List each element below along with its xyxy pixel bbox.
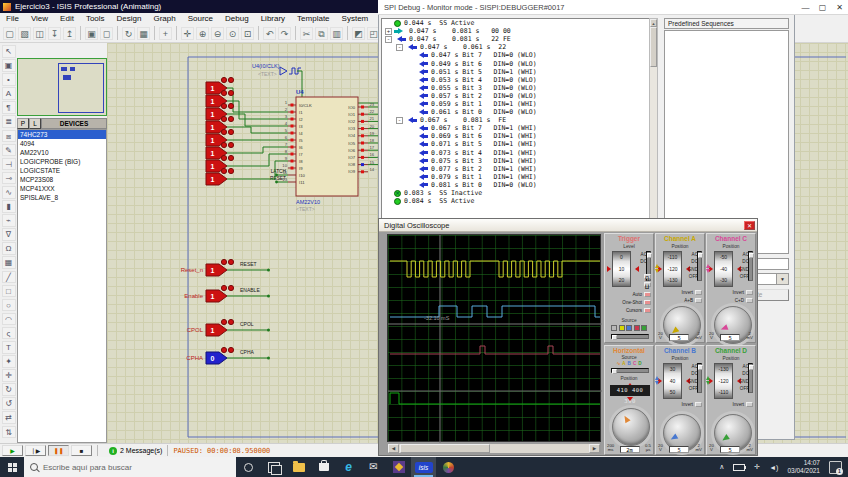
position-wheel[interactable]: -110-120-130: [663, 251, 682, 287]
source-d-button[interactable]: [641, 325, 647, 331]
coupling-off[interactable]: OFF: [682, 385, 698, 392]
pick-devices-button[interactable]: P: [17, 118, 29, 129]
coupling-dc[interactable]: DC: [682, 370, 698, 377]
library-manager-button[interactable]: L: [29, 118, 41, 129]
spi-log-row[interactable]: 0.071 s Bit 5 DIN=1 (WHI): [382, 140, 656, 148]
coupling-gnd[interactable]: GND: [682, 378, 698, 385]
scroll-left-icon[interactable]: ◀: [388, 444, 399, 453]
undo-icon[interactable]: ↶: [263, 27, 276, 40]
spi-log-row[interactable]: 0.051 s Bit 5 DIN=1 (WHI): [382, 68, 656, 76]
scale-value[interactable]: 5: [720, 334, 740, 341]
taskbar-item-isis[interactable]: isis: [411, 457, 436, 477]
device-item[interactable]: SPISLAVE_8: [18, 193, 106, 202]
virtual-instruments-mode-icon[interactable]: ▦: [2, 256, 16, 269]
spi-log-row[interactable]: -0.047 s 0.061 s 22: [382, 43, 656, 51]
coupling-slider[interactable]: [748, 363, 753, 393]
mark-output-area-icon[interactable]: ◻: [100, 27, 113, 40]
wheel-right-arrow-icon[interactable]: [632, 266, 639, 272]
taskbar-item-proteus[interactable]: [386, 457, 411, 477]
instant-edit-mode-icon[interactable]: ✎: [2, 144, 16, 157]
combine-button[interactable]: [746, 298, 753, 303]
taskbar-item-store[interactable]: [311, 457, 336, 477]
spi-log-row[interactable]: 0.077 s Bit 2 DIN=1 (WHI): [382, 165, 656, 173]
spi-log-row[interactable]: 0.044 s SS Active: [382, 19, 656, 27]
source-c-button[interactable]: [634, 325, 640, 331]
coupling-gnd[interactable]: GND: [733, 378, 749, 385]
inter-sheet-terminal-mode-icon[interactable]: ⊣: [2, 158, 16, 171]
zoom-all-icon[interactable]: ⊙: [226, 27, 239, 40]
close-button[interactable]: ✕: [831, 3, 848, 12]
rotate-anticlockwise-icon[interactable]: ↺: [2, 397, 16, 410]
spi-log-row[interactable]: 0.057 s Bit 2 DIN=0 (WLO): [382, 92, 656, 100]
junction-dot-mode-icon[interactable]: •: [2, 73, 16, 86]
edge-rising-button[interactable]: ∏: [644, 274, 651, 279]
taskbar-item-edge[interactable]: e: [336, 457, 361, 477]
wheel-left-arrow-icon[interactable]: [658, 266, 665, 272]
device-item[interactable]: AM22V10: [18, 148, 106, 157]
device-item[interactable]: MCP41XXX: [18, 184, 106, 193]
scale-knob[interactable]: [612, 408, 650, 446]
notification-center-icon[interactable]: 1: [829, 461, 842, 474]
coupling-dc[interactable]: DC: [733, 370, 749, 377]
graph-mode-icon[interactable]: ∿: [2, 186, 16, 199]
device-item[interactable]: 4094: [18, 139, 106, 148]
display-scrollbar[interactable]: ◀ ▶: [387, 443, 601, 454]
zoom-in-icon[interactable]: ⊕: [196, 27, 209, 40]
message-info-icon[interactable]: i: [109, 447, 117, 455]
invert-button[interactable]: [695, 402, 702, 407]
pan-icon[interactable]: ✛: [181, 27, 194, 40]
menu-source[interactable]: Source: [182, 14, 219, 23]
open-design-icon[interactable]: ▧: [18, 27, 31, 40]
spi-log-row[interactable]: 0.049 s Bit 6 DIN=0 (WLO): [382, 59, 656, 67]
source-select-icons[interactable]: ∿ABCD: [605, 361, 653, 366]
buses-mode-icon[interactable]: ≣: [2, 115, 16, 128]
collapse-icon[interactable]: -: [396, 44, 403, 51]
message-count[interactable]: 2 Message(s): [120, 447, 162, 454]
block-copy-icon[interactable]: ◩: [352, 27, 365, 40]
print-icon[interactable]: ▣: [85, 27, 98, 40]
coupling-gnd[interactable]: GND: [733, 266, 749, 273]
menu-template[interactable]: Template: [291, 14, 335, 23]
auto-button[interactable]: [644, 292, 651, 297]
position-wheel[interactable]: 304050: [663, 363, 682, 399]
menu-tools[interactable]: Tools: [80, 14, 111, 23]
2d-line-mode-icon[interactable]: ╱: [2, 271, 16, 284]
false-origin-icon[interactable]: +: [159, 27, 172, 40]
spi-log-row[interactable]: 0.047 s Bit 7 DIN=0 (WLO): [382, 51, 656, 59]
rotate-clockwise-icon[interactable]: ↻: [2, 383, 16, 396]
maximize-button[interactable]: ▢: [814, 3, 831, 12]
scale-value[interactable]: 5: [669, 446, 689, 453]
redo-icon[interactable]: ↷: [278, 27, 291, 40]
2d-text-mode-icon[interactable]: T: [2, 341, 16, 354]
generator-mode-icon[interactable]: ⌁: [2, 214, 16, 227]
spi-log-row[interactable]: 0.067 s Bit 7 DIN=1 (WHI): [382, 124, 656, 132]
coupling-off[interactable]: OFF: [733, 273, 749, 280]
taskbar-clock[interactable]: 14:07 03/04/2021: [787, 459, 820, 475]
text-script-mode-icon[interactable]: ¶: [2, 101, 16, 114]
spi-log-row[interactable]: 0.079 s Bit 1 DIN=1 (WHI): [382, 173, 656, 181]
2d-markers-mode-icon[interactable]: ✛: [2, 369, 16, 382]
coupling-dc[interactable]: DC: [631, 258, 647, 265]
export-section-icon[interactable]: ↥: [63, 27, 76, 40]
scale-value[interactable]: 5: [720, 446, 740, 453]
position-wheel[interactable]: -50-40-30: [714, 251, 733, 287]
cut-icon[interactable]: ✂: [300, 27, 313, 40]
taskbar-item-file-explorer[interactable]: [286, 457, 311, 477]
spi-log-row[interactable]: 0.073 s Bit 4 DIN=1 (WHI): [382, 149, 656, 157]
wire-label-mode-icon[interactable]: A: [2, 87, 16, 100]
spi-log-row[interactable]: -0.047 s 0.081 s 22 FE: [382, 35, 656, 43]
coupling-off[interactable]: OFF: [682, 273, 698, 280]
toggle-grid-icon[interactable]: ▦: [137, 27, 150, 40]
battery-icon[interactable]: [733, 464, 745, 471]
scale-value[interactable]: 2m: [620, 446, 640, 453]
spi-debug-titlebar[interactable]: SPI Debug - Monitor mode - SISPI:DEBUGGE…: [378, 0, 848, 15]
coupling-slider[interactable]: [697, 363, 702, 393]
taskbar-search[interactable]: Escribe aquí para buscar: [24, 457, 236, 477]
collapse-icon[interactable]: -: [385, 36, 392, 43]
position-wheel[interactable]: -130-120-110: [714, 363, 733, 399]
device-item[interactable]: MCP23S08: [18, 175, 106, 184]
wheel-left-arrow-icon[interactable]: [709, 266, 716, 272]
2d-arc-mode-icon[interactable]: ◠: [2, 313, 16, 326]
taskbar-item-proteus-8[interactable]: [436, 457, 461, 477]
coupling-slider[interactable]: [748, 251, 753, 281]
